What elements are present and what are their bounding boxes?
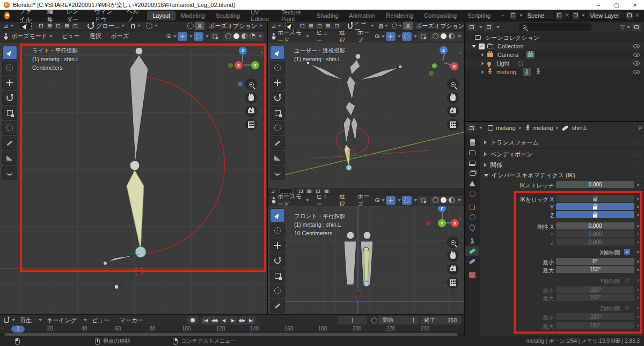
tool-annotate[interactable] bbox=[270, 136, 285, 150]
tool-select-box[interactable] bbox=[270, 46, 285, 60]
select-mode-invert-icon[interactable] bbox=[323, 189, 331, 194]
workspace-tab-sculpting[interactable]: Sculpting bbox=[210, 11, 245, 20]
front-viewport[interactable]: フロント・平行投影 (1) metarig : shin.L 10 Centim… bbox=[268, 206, 464, 314]
tool-annotate[interactable] bbox=[2, 136, 17, 150]
pose-options-dropdown[interactable]: ポーズオプション bbox=[416, 22, 464, 30]
editor-divider[interactable] bbox=[464, 21, 465, 336]
overlays-toggle[interactable] bbox=[402, 196, 412, 205]
shading-mode-group[interactable] bbox=[430, 196, 463, 205]
tool-annotate[interactable] bbox=[270, 299, 285, 313]
z-max-field[interactable]: 180° bbox=[556, 322, 634, 329]
expand-icon[interactable] bbox=[472, 45, 476, 48]
mirror-x-toggle[interactable]: X bbox=[403, 21, 413, 30]
tool-measure[interactable] bbox=[2, 151, 17, 165]
editor-divider[interactable] bbox=[465, 121, 644, 122]
gizmo-z-axis[interactable]: Z bbox=[239, 47, 247, 55]
editor-divider[interactable] bbox=[267, 21, 268, 314]
tool-transform[interactable] bbox=[270, 284, 285, 298]
gizmo-minus-z[interactable] bbox=[238, 82, 243, 86]
unlink-scene-icon[interactable]: ✕ bbox=[565, 12, 569, 19]
menu-help[interactable]: ヘルプ bbox=[121, 8, 145, 24]
jump-to-end-button[interactable]: ▶| bbox=[247, 316, 256, 325]
outliner-filter-type-icon[interactable] bbox=[485, 24, 493, 31]
tool-rotate[interactable] bbox=[2, 91, 17, 105]
animate-dot-icon[interactable] bbox=[637, 316, 639, 318]
mirror-x-toggle[interactable]: X bbox=[195, 21, 204, 30]
transform-orientation[interactable]: グロー... bbox=[96, 22, 119, 30]
xray-toggle[interactable] bbox=[418, 196, 428, 205]
editor-type-icon[interactable]: ⊿ bbox=[271, 189, 275, 194]
select-mode-group[interactable] bbox=[297, 189, 331, 194]
outliner-item-label[interactable]: metarig bbox=[496, 69, 516, 75]
tab-physics[interactable] bbox=[465, 222, 479, 233]
animate-dot-icon[interactable] bbox=[637, 198, 639, 200]
shading-material-icon[interactable] bbox=[449, 33, 455, 39]
tool-select-box[interactable] bbox=[270, 208, 285, 222]
gizmo-x-axis[interactable]: X bbox=[235, 61, 243, 69]
y-max-field[interactable]: 180° bbox=[556, 294, 634, 301]
ik-lock-y-toggle[interactable] bbox=[556, 203, 634, 210]
menu-render[interactable]: レンダー bbox=[61, 8, 89, 24]
y-min-field[interactable]: -180° bbox=[556, 286, 634, 293]
animate-dot-icon[interactable] bbox=[637, 241, 639, 243]
select-mode-subtract-icon[interactable] bbox=[316, 23, 324, 30]
tab-world[interactable] bbox=[465, 189, 479, 199]
workspace-tab-shading[interactable]: Shading bbox=[311, 11, 343, 20]
animate-dot-icon[interactable] bbox=[637, 261, 639, 263]
menu-file[interactable]: ファイル bbox=[14, 8, 42, 24]
outliner-row-metarig[interactable]: metarig bbox=[465, 68, 644, 76]
gizmo-y-axis[interactable]: Y bbox=[251, 61, 259, 69]
tool-measure[interactable] bbox=[270, 151, 285, 165]
panel-transform[interactable]: トランスフォーム :::: bbox=[484, 138, 642, 147]
tab-bone[interactable] bbox=[465, 246, 479, 256]
menu-window[interactable]: ウィンドウ bbox=[89, 8, 121, 24]
workspace-tab-uvediting[interactable]: UV Editing bbox=[245, 8, 276, 24]
outliner-item-label[interactable]: Camera bbox=[497, 52, 518, 58]
select-mode-invert-icon[interactable] bbox=[63, 23, 71, 30]
gizmo-z-axis[interactable]: Z bbox=[440, 46, 448, 54]
tool-breakdowner[interactable] bbox=[270, 166, 285, 180]
shading-solid-icon[interactable] bbox=[441, 33, 447, 39]
animate-dot-icon[interactable] bbox=[637, 289, 639, 291]
frame-start-field[interactable]: 開始 1 bbox=[378, 316, 419, 325]
tool-rotate[interactable] bbox=[270, 254, 285, 268]
gizmo-x-axis[interactable]: X bbox=[451, 219, 459, 227]
gizmos-toggle[interactable] bbox=[386, 32, 396, 41]
ik-lock-x-toggle[interactable] bbox=[556, 195, 634, 202]
stiffness-y-field[interactable]: 0.000 bbox=[556, 230, 634, 237]
visibility-icon[interactable] bbox=[375, 34, 379, 38]
play-reverse-button[interactable]: ◀ bbox=[219, 316, 229, 325]
camera-view-icon[interactable] bbox=[245, 105, 257, 117]
navigation-gizmo[interactable]: Z Y X bbox=[426, 206, 458, 233]
animate-dot-icon[interactable] bbox=[637, 297, 639, 299]
select-mode-extend-icon[interactable] bbox=[307, 23, 315, 30]
pose-options-dropdown[interactable]: ポーズオプション bbox=[209, 22, 257, 30]
proportional-edit-icon[interactable] bbox=[146, 23, 152, 29]
tab-output[interactable] bbox=[465, 158, 479, 168]
outliner-item-label[interactable]: シーンコレクション bbox=[485, 34, 539, 42]
gizmo-y-axis[interactable] bbox=[432, 63, 437, 68]
tab-bone-constraints[interactable] bbox=[465, 256, 479, 266]
workspace-tab-animation[interactable]: Animation bbox=[343, 11, 380, 20]
gizmo-minus-y[interactable] bbox=[429, 71, 434, 76]
select-mode-extend-icon[interactable] bbox=[46, 23, 54, 30]
marker-menu[interactable]: マーカー bbox=[115, 316, 149, 325]
gizmos-toggle[interactable] bbox=[386, 196, 396, 205]
pan-hand-icon[interactable] bbox=[447, 250, 459, 262]
add-workspace-button[interactable]: + bbox=[496, 11, 510, 20]
expand-corner-icon[interactable]: › bbox=[1, 326, 3, 331]
view-layer-icon[interactable] bbox=[573, 12, 579, 19]
overlays-toggle[interactable] bbox=[194, 32, 203, 41]
select-mode-new-icon[interactable] bbox=[298, 23, 306, 30]
timeline-ruler[interactable]: 20 40 60 80 100 120 140 160 180 200 220 … bbox=[0, 326, 464, 333]
active-tool-icon[interactable] bbox=[286, 22, 294, 30]
outliner-row-collection[interactable]: ✓ Collection bbox=[465, 42, 644, 51]
filter-funnel-icon[interactable]: ▽ bbox=[620, 24, 625, 31]
stiffness-x-field[interactable]: 0.000 bbox=[556, 222, 634, 229]
shading-wireframe-icon[interactable] bbox=[433, 33, 438, 39]
animate-dot-icon[interactable] bbox=[637, 307, 639, 309]
mode-selector[interactable]: ポーズモード bbox=[277, 31, 304, 42]
shading-wireframe-icon[interactable] bbox=[225, 33, 231, 39]
zoom-icon[interactable] bbox=[447, 78, 459, 90]
playback-menu[interactable]: 再生 bbox=[15, 316, 36, 325]
